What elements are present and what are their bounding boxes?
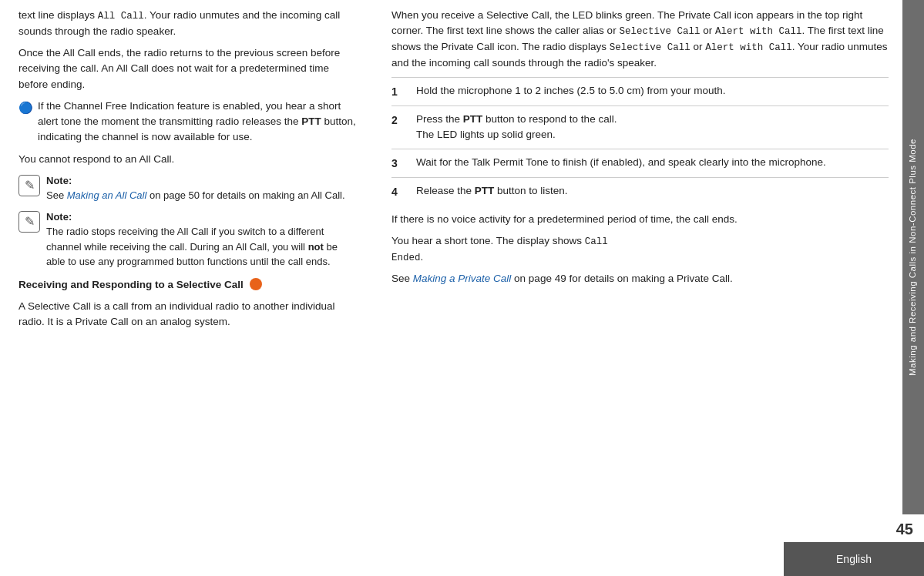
left-para-2: Once the All Call ends, the radio return… [18, 45, 359, 92]
after-steps-1: If there is no voice activity for a pred… [391, 212, 889, 227]
step-num-3: 3 [391, 155, 405, 172]
link-making-all-call[interactable]: Making an All Call [67, 189, 147, 201]
note-box-1: ✎ Note: See Making an All Call on page 5… [18, 173, 359, 203]
link-making-private-call[interactable]: Making a Private Call [413, 273, 512, 284]
step-3: 3 Wait for the Talk Permit Tone to finis… [391, 149, 889, 177]
step-2: 2 Press the PTT button to respond to the… [391, 105, 889, 149]
mono-all-call: All Call [98, 11, 144, 22]
mono-call-ended-1: Call [585, 236, 608, 247]
step-text-1: Hold the microphone 1 to 2 inches (2.5 t… [416, 83, 889, 99]
note-content-1: Note: See Making an All Call on page 50 … [46, 173, 345, 203]
language-label: English [784, 542, 924, 576]
see-link-para: See Making a Private Call on page 49 for… [391, 271, 889, 286]
right-column: When you receive a Selective Call, the L… [378, 0, 902, 514]
steps-list: 1 Hold the microphone 1 to 2 inches (2.5… [391, 77, 889, 206]
after-steps-2: You hear a short tone. The display shows… [391, 233, 889, 266]
step-4: 4 Release the PTT button to listen. [391, 177, 889, 206]
mono-selective-call-2: Selective Call [610, 42, 690, 53]
selective-call-icon [250, 278, 262, 290]
channel-note: 🔵 If the Channel Free Indication feature… [18, 99, 359, 146]
mono-selective-call-1: Selective Call [619, 26, 700, 37]
section-heading: Receiving and Responding to a Selective … [18, 277, 359, 293]
step-text-4: Release the PTT button to listen. [416, 183, 889, 199]
step-1: 1 Hold the microphone 1 to 2 inches (2.5… [391, 77, 889, 105]
mono-alert-with-call-1: Alert with Call [715, 26, 802, 37]
cannot-respond: You cannot respond to an All Call. [18, 152, 359, 167]
right-intro: When you receive a Selective Call, the L… [391, 8, 889, 71]
step-text-3: Wait for the Talk Permit Tone to finish … [416, 155, 889, 170]
step-text-2: Press the PTT button to respond to the c… [416, 112, 889, 143]
chapter-sidebar-tab: Making and Receiving Calls in Non-Connec… [902, 0, 924, 514]
language-bar: English [0, 542, 924, 576]
note-icon-2: ✎ [18, 211, 40, 233]
page-number: 45 [0, 514, 924, 542]
left-para-1: text line displays All Call. Your radio … [18, 8, 359, 39]
mono-call-ended-2: Ended [391, 253, 421, 263]
note-box-2: ✎ Note: The radio stops receiving the Al… [18, 209, 359, 270]
step-num-4: 4 [391, 183, 405, 200]
info-icon: 🔵 [18, 99, 33, 117]
step-num-2: 2 [391, 112, 405, 129]
step-num-1: 1 [391, 83, 405, 100]
note-icon-1: ✎ [18, 175, 40, 196]
note-title-2: Note: [46, 211, 72, 223]
mono-alert-with-call-2: Alert with Call [705, 42, 792, 53]
left-column: text line displays All Call. Your radio … [0, 0, 378, 514]
note-content-2: Note: The radio stops receiving the All … [46, 209, 359, 270]
sidebar-tab-label: Making and Receiving Calls in Non-Connec… [906, 139, 919, 376]
section-heading-text: Receiving and Responding to a Selective … [18, 279, 244, 290]
note-title-1: Note: [46, 175, 72, 186]
section-para: A Selective Call is a call from an indiv… [18, 299, 359, 330]
